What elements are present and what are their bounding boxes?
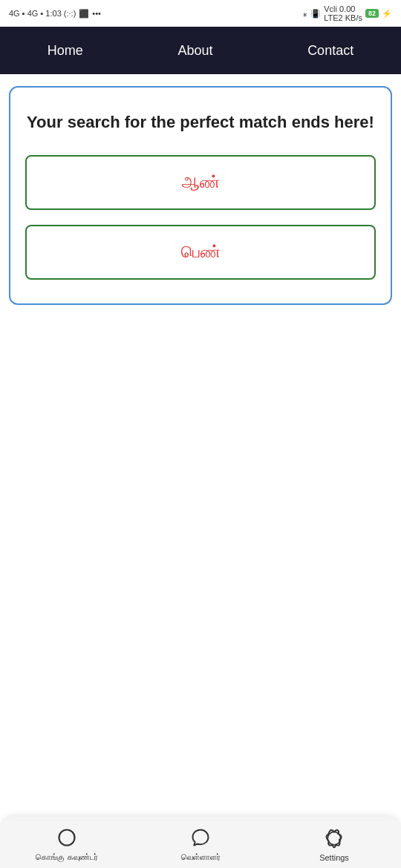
status-bar: 4G ▪ 4G ▪ 1:03 (:·:) ⬛ ••• ⁎ 📳 Vcli 0.00… xyxy=(0,0,401,27)
circle-icon xyxy=(55,826,79,849)
bottom-nav-label-1: கொங்கு கவுண்டர் xyxy=(36,852,97,862)
network-info: Vcli 0.00LTE2 KB/s xyxy=(324,4,362,22)
status-left: 4G ▪ 4G ▪ 1:03 (:·:) ⬛ ••• xyxy=(9,9,101,19)
nav-home[interactable]: Home xyxy=(33,28,98,73)
bluetooth-icon: ⁎ xyxy=(303,9,307,19)
chat-icon xyxy=(189,826,212,849)
charging-icon: ⚡ xyxy=(382,9,392,19)
bottom-nav-item-2[interactable]: வெள்ளாளர் xyxy=(134,826,267,862)
svg-point-0 xyxy=(59,830,75,846)
gender-selection-card: Your search for the perfect match ends h… xyxy=(9,86,392,305)
main-content: Your search for the perfect match ends h… xyxy=(0,74,401,329)
settings-icon xyxy=(322,826,346,850)
female-button[interactable]: பெண் xyxy=(25,225,376,280)
bottom-nav-label-2: வெள்ளாளர் xyxy=(181,852,221,862)
nav-about[interactable]: About xyxy=(163,28,227,73)
status-dots: ••• xyxy=(92,9,101,18)
battery-badge: 82 xyxy=(365,9,379,18)
card-title: Your search for the perfect match ends h… xyxy=(25,111,376,134)
vibrate-icon: 📳 xyxy=(310,9,321,19)
status-signal: 4G ▪ 4G ▪ 1:03 (:·:) xyxy=(9,9,76,18)
status-right: ⁎ 📳 Vcli 0.00LTE2 KB/s 82 ⚡ xyxy=(303,4,392,22)
bottom-nav: கொங்கு கவுண்டர் வெள்ளாளர் Settings xyxy=(0,817,401,868)
bottom-nav-item-1[interactable]: கொங்கு கவுண்டர் xyxy=(0,826,134,862)
bottom-nav-item-3[interactable]: Settings xyxy=(267,826,401,862)
bottom-nav-label-3: Settings xyxy=(319,853,349,862)
nav-contact[interactable]: Contact xyxy=(293,28,368,73)
bottom-nav-wrapper: best friends கொங்கு கவுண்டர் வெள்ளாளர் xyxy=(0,848,401,868)
nav-bar: Home About Contact xyxy=(0,27,401,74)
status-extra-icon: ⬛ xyxy=(79,9,89,19)
male-button[interactable]: ஆண் xyxy=(25,155,376,210)
